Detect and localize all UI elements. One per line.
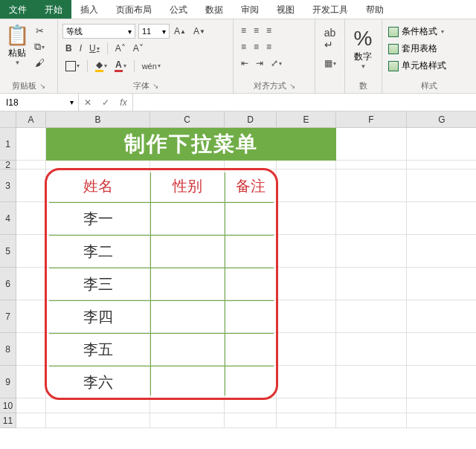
tab-dev[interactable]: 开发工具: [303, 0, 357, 19]
cell[interactable]: [225, 366, 277, 398]
cell[interactable]: [407, 413, 476, 428]
cell[interactable]: [225, 333, 277, 366]
cell[interactable]: [336, 300, 407, 333]
row-header-10[interactable]: 10: [0, 398, 16, 413]
number-format-button[interactable]: % 数字 ▼: [348, 21, 378, 70]
conditional-format-button[interactable]: 条件格式▾: [388, 24, 444, 39]
cell[interactable]: [336, 268, 407, 300]
launcher-icon[interactable]: ↘: [39, 82, 45, 90]
cell[interactable]: [336, 161, 407, 169]
cell[interactable]: [16, 413, 46, 428]
cell[interactable]: [277, 413, 336, 428]
bold-button[interactable]: B: [62, 42, 75, 55]
cell[interactable]: [277, 366, 336, 398]
tab-layout[interactable]: 页面布局: [107, 0, 161, 19]
align-bottom-button[interactable]: ≡: [263, 24, 274, 37]
name-box[interactable]: ▾: [0, 94, 79, 111]
borders-button[interactable]: ▾: [62, 59, 83, 73]
cell[interactable]: [336, 333, 407, 366]
cut-button[interactable]: ✂: [31, 24, 48, 38]
cell[interactable]: [407, 169, 476, 202]
cell[interactable]: [46, 161, 150, 169]
cell[interactable]: [225, 202, 277, 235]
row-header-9[interactable]: 9: [0, 366, 16, 398]
cell[interactable]: [225, 300, 277, 333]
orientation-button[interactable]: ⤢▾: [268, 56, 285, 70]
tab-help[interactable]: 帮助: [357, 0, 393, 19]
cell[interactable]: [277, 300, 336, 333]
font-name-select[interactable]: 等线▾: [62, 24, 135, 39]
cell[interactable]: [407, 202, 476, 235]
cell[interactable]: [16, 300, 46, 333]
font-size-select[interactable]: 11▾: [138, 24, 170, 39]
cell[interactable]: [277, 268, 336, 300]
col-header-E[interactable]: E: [277, 112, 336, 128]
row-header-11[interactable]: 11: [0, 413, 16, 428]
cell[interactable]: [150, 202, 225, 235]
cell[interactable]: [16, 333, 46, 366]
cell[interactable]: [407, 300, 476, 333]
cell[interactable]: [225, 235, 277, 268]
launcher-icon[interactable]: ↘: [152, 82, 158, 90]
row-header-7[interactable]: 7: [0, 300, 16, 333]
cell[interactable]: [150, 300, 225, 333]
col-header-F[interactable]: F: [336, 112, 407, 128]
tab-formulas[interactable]: 公式: [161, 0, 196, 19]
decrease-font-alt-button[interactable]: A˅: [130, 42, 147, 55]
data-cell[interactable]: 李四: [46, 300, 150, 333]
cell[interactable]: [16, 202, 46, 235]
decrease-font-button[interactable]: A▼: [190, 25, 208, 38]
col-header-G[interactable]: G: [407, 112, 476, 128]
fx-button[interactable]: fx: [115, 94, 132, 112]
cell[interactable]: [277, 202, 336, 235]
menu-file[interactable]: 文件: [0, 0, 36, 19]
font-color-button[interactable]: A▾: [112, 58, 129, 74]
cell[interactable]: [16, 366, 46, 398]
data-cell[interactable]: 李三: [46, 268, 150, 300]
cell[interactable]: [407, 235, 476, 268]
cell[interactable]: [336, 128, 407, 161]
row-header-2[interactable]: 2: [0, 161, 16, 169]
cell[interactable]: [150, 161, 225, 169]
row-header-1[interactable]: 1: [0, 128, 16, 161]
format-painter-button[interactable]: 🖌: [31, 56, 48, 70]
cell[interactable]: [336, 413, 407, 428]
cell[interactable]: [150, 398, 225, 413]
cell[interactable]: [407, 366, 476, 398]
cell[interactable]: [16, 398, 46, 413]
cell[interactable]: [277, 333, 336, 366]
align-middle-button[interactable]: ≡: [251, 24, 262, 37]
data-cell[interactable]: 性别: [150, 169, 225, 202]
align-left-button[interactable]: ≡: [238, 40, 249, 54]
cell[interactable]: [225, 413, 277, 428]
cell[interactable]: [16, 161, 46, 169]
cell[interactable]: [407, 128, 476, 161]
data-cell[interactable]: 李二: [46, 235, 150, 268]
cell[interactable]: [150, 413, 225, 428]
format-table-button[interactable]: 套用表格: [388, 41, 437, 56]
increase-indent-button[interactable]: ⇥: [253, 56, 266, 70]
underline-button[interactable]: U▾: [86, 42, 103, 55]
cell[interactable]: [277, 169, 336, 202]
tab-insert[interactable]: 插入: [71, 0, 107, 19]
col-header-A[interactable]: A: [16, 112, 46, 128]
launcher-icon[interactable]: ↘: [289, 82, 295, 90]
increase-font-button[interactable]: A▲: [171, 25, 189, 38]
cell-styles-button[interactable]: 单元格样式: [388, 58, 446, 74]
cell[interactable]: [407, 268, 476, 300]
cell[interactable]: [150, 235, 225, 268]
tab-review[interactable]: 审阅: [232, 0, 268, 19]
cell[interactable]: [16, 128, 46, 161]
row-header-6[interactable]: 6: [0, 268, 16, 300]
cell[interactable]: [225, 268, 277, 300]
cell[interactable]: [336, 169, 407, 202]
phonetic-button[interactable]: wén▾: [139, 60, 164, 72]
tab-home[interactable]: 开始: [36, 0, 71, 19]
cell[interactable]: [150, 268, 225, 300]
data-cell[interactable]: 李五: [46, 333, 150, 366]
increase-font-alt-button[interactable]: A˄: [112, 42, 129, 55]
col-header-C[interactable]: C: [150, 112, 225, 128]
data-cell[interactable]: 李一: [46, 202, 150, 235]
cell-reference-input[interactable]: [4, 97, 49, 109]
cancel-formula-button[interactable]: ✕: [79, 94, 97, 112]
